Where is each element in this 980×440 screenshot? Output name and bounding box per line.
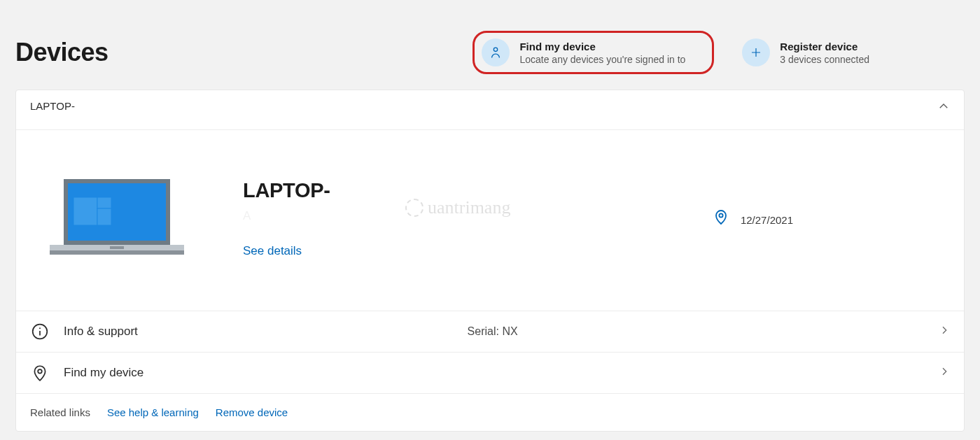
chevron-right-icon bbox=[939, 366, 950, 380]
serial-number: Serial: NX bbox=[468, 325, 518, 338]
laptop-illustration bbox=[33, 176, 201, 260]
svg-point-12 bbox=[39, 327, 41, 329]
collapse-button[interactable] bbox=[937, 100, 950, 115]
register-device-action[interactable]: Register device 3 devices connected bbox=[731, 33, 881, 72]
help-learning-link[interactable]: See help & learning bbox=[107, 406, 199, 418]
plus-icon bbox=[742, 38, 770, 66]
location-pin-icon bbox=[713, 208, 729, 228]
device-header-name: LAPTOP- bbox=[30, 100, 75, 112]
find-my-device-title: Find my device bbox=[519, 41, 685, 54]
svg-point-13 bbox=[38, 369, 42, 374]
find-my-device-subtitle: Locate any devices you're signed in to bbox=[519, 54, 685, 65]
info-support-label: Info & support bbox=[64, 325, 138, 339]
info-icon bbox=[30, 322, 50, 341]
device-name: LAPTOP- bbox=[243, 179, 671, 202]
location-pin-icon bbox=[30, 364, 50, 382]
svg-point-0 bbox=[494, 48, 498, 51]
svg-rect-8 bbox=[110, 246, 124, 249]
device-location: 12/27/2021 bbox=[713, 208, 947, 228]
location-date: 12/27/2021 bbox=[741, 211, 793, 226]
remove-device-link[interactable]: Remove device bbox=[216, 406, 288, 418]
info-support-row[interactable]: Info & support Serial: NX bbox=[16, 311, 964, 352]
svg-rect-4 bbox=[97, 197, 111, 208]
svg-rect-5 bbox=[97, 208, 111, 225]
related-links-row: Related links See help & learning Remove… bbox=[16, 393, 964, 431]
see-details-link[interactable]: See details bbox=[243, 244, 302, 258]
device-card-header[interactable]: LAPTOP- bbox=[16, 90, 964, 130]
svg-rect-3 bbox=[74, 197, 97, 225]
find-my-device-label: Find my device bbox=[64, 366, 144, 380]
chevron-right-icon bbox=[939, 325, 950, 339]
register-device-subtitle: 3 devices connected bbox=[780, 54, 869, 65]
svg-point-9 bbox=[719, 213, 722, 217]
svg-rect-7 bbox=[50, 250, 184, 255]
device-subline: A bbox=[243, 202, 671, 223]
find-my-device-row[interactable]: Find my device bbox=[16, 352, 964, 393]
related-links-label: Related links bbox=[30, 406, 90, 418]
device-card: LAPTOP- LA bbox=[15, 90, 965, 432]
person-location-icon bbox=[482, 38, 510, 66]
register-device-title: Register device bbox=[780, 41, 869, 54]
page-title: Devices bbox=[15, 38, 108, 67]
find-my-device-action[interactable]: Find my device Locate any devices you're… bbox=[472, 31, 714, 74]
